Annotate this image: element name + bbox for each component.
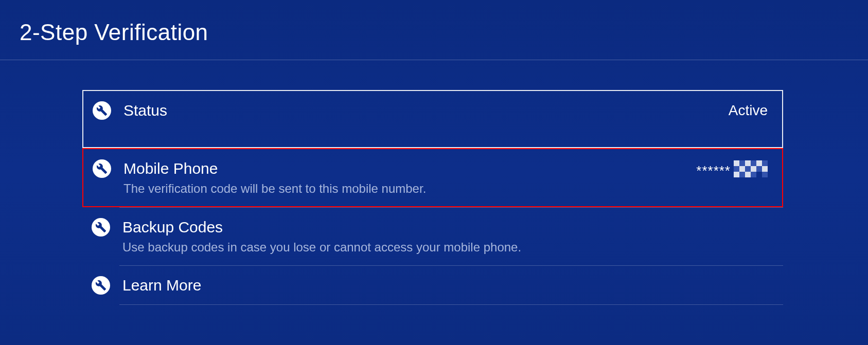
- item-learn-more-label: Learn More: [122, 275, 769, 295]
- item-backup-codes[interactable]: Backup Codes Use backup codes in case yo…: [82, 208, 783, 265]
- item-learn-more[interactable]: Learn More: [82, 266, 783, 304]
- item-mobile-phone-desc: The verification code will be sent to th…: [123, 180, 696, 197]
- item-status-value: Active: [729, 102, 768, 119]
- wrench-icon: [92, 276, 110, 295]
- item-mobile-phone[interactable]: Mobile Phone The verification code will …: [82, 148, 783, 207]
- wrench-icon: [93, 101, 111, 120]
- masked-prefix: ******: [696, 163, 731, 179]
- wrench-icon: [93, 159, 111, 178]
- wrench-icon: [92, 218, 110, 237]
- item-mobile-phone-label: Mobile Phone: [123, 158, 696, 178]
- item-status-label: Status: [123, 100, 718, 120]
- redacted-digits-icon: [734, 160, 768, 177]
- item-backup-codes-label: Backup Codes: [122, 217, 769, 237]
- header: 2-Step Verification: [0, 0, 868, 60]
- page-title: 2-Step Verification: [20, 20, 868, 45]
- item-status[interactable]: Status Active: [82, 90, 783, 148]
- row-divider: [119, 304, 783, 305]
- item-mobile-phone-value: ******: [696, 160, 768, 177]
- item-backup-codes-desc: Use backup codes in case you lose or can…: [122, 239, 769, 256]
- settings-list: Status Active Mobile Phone The verificat…: [0, 60, 868, 305]
